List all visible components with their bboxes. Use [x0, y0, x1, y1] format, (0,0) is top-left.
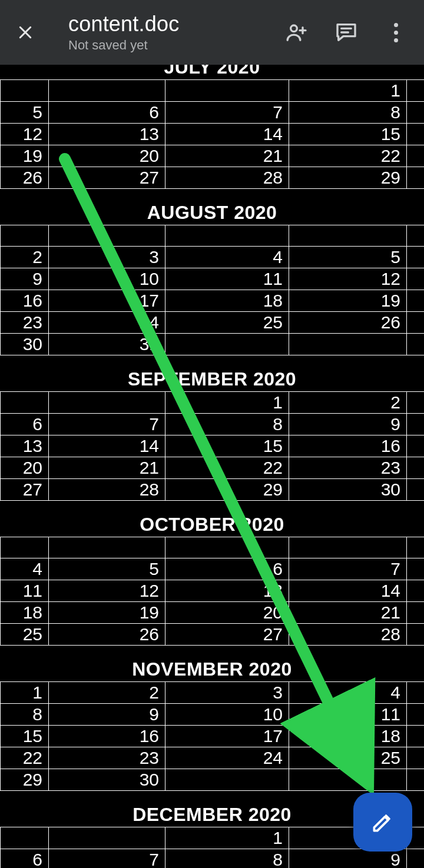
calendar-cell: 6 [49, 102, 165, 124]
calendar-cell: 4 [1, 558, 49, 580]
calendar-cell [165, 537, 289, 558]
calendar-cell: 25 [165, 312, 289, 334]
calendar-cell: 18 [289, 726, 407, 747]
calendar-row: 4567 [1, 558, 425, 580]
calendar-cell [289, 334, 407, 355]
calendar-cell: 11 [165, 268, 289, 290]
calendar-cell: 27 [165, 624, 289, 646]
calendar-cell: 2 [289, 392, 407, 414]
calendar-row: 3031 [1, 334, 425, 355]
calendar-cell [165, 80, 289, 102]
close-icon [16, 24, 34, 41]
calendar-cell: 14 [165, 124, 289, 145]
calendar-cell [407, 124, 425, 145]
share-button[interactable] [284, 19, 310, 45]
calendar-cell: 1 [289, 80, 407, 102]
calendar-row: 12131415 [1, 124, 425, 145]
calendar-cell: 16 [1, 290, 49, 312]
calendar-row: 25262728 [1, 624, 425, 646]
calendar-cell: 9 [1, 268, 49, 290]
calendar-cell: 22 [165, 457, 289, 479]
calendar-cell: 9 [49, 704, 165, 726]
more-vertical-icon [394, 23, 398, 42]
month-title: NOVEMBER 2020 [0, 656, 424, 681]
month-title: SEPTEMBER 2020 [0, 366, 424, 391]
calendar-row: 13141516 [1, 435, 425, 457]
calendar-cell [165, 334, 289, 355]
calendar-cell: 10 [165, 704, 289, 726]
calendar-cell [407, 167, 425, 189]
calendar-cell: 30 [289, 479, 407, 501]
calendar-cell: 11 [289, 704, 407, 726]
calendar-cell [407, 747, 425, 769]
calendar-cell [407, 580, 425, 602]
calendar-tables: JULY 202015678121314151920212226272829AU… [0, 65, 424, 868]
calendar-cell: 27 [49, 167, 165, 189]
calendar-cell [407, 457, 425, 479]
month-title: AUGUST 2020 [0, 199, 424, 225]
close-button[interactable] [11, 18, 40, 47]
calendar-cell: 7 [49, 849, 165, 869]
calendar-cell: 7 [49, 414, 165, 435]
calendar-cell [289, 537, 407, 558]
calendar-cell: 7 [289, 558, 407, 580]
calendar-cell: 23 [289, 457, 407, 479]
calendar-row: 6789 [1, 414, 425, 435]
calendar-cell: 9 [289, 414, 407, 435]
calendar-cell: 12 [289, 268, 407, 290]
calendar-cell [49, 392, 165, 414]
calendar-row: 2930 [1, 769, 425, 791]
calendar-cell: 24 [165, 747, 289, 769]
calendar-cell: 5 [49, 558, 165, 580]
edit-fab[interactable] [353, 793, 412, 852]
calendar-row: 20212223 [1, 457, 425, 479]
calendar-row: 23242526 [1, 312, 425, 334]
more-button[interactable] [383, 19, 409, 45]
calendar-cell [407, 392, 425, 414]
calendar-cell: 29 [289, 167, 407, 189]
calendar-cell: 19 [289, 290, 407, 312]
calendar-cell [1, 392, 49, 414]
calendar-row: 27282930 [1, 479, 425, 501]
calendar-cell: 11 [1, 580, 49, 602]
calendar-cell [407, 80, 425, 102]
calendar-row: 9101112 [1, 268, 425, 290]
comment-icon [334, 21, 358, 44]
calendar-cell: 26 [49, 624, 165, 646]
calendar-cell [407, 268, 425, 290]
calendar-cell: 21 [165, 145, 289, 167]
calendar-cell: 12 [49, 580, 165, 602]
calendar-row: 15161718 [1, 726, 425, 747]
calendar-cell [407, 558, 425, 580]
calendar-cell [407, 624, 425, 646]
calendar-cell [407, 769, 425, 791]
calendar-row: 19202122 [1, 145, 425, 167]
calendar-cell [407, 102, 425, 124]
calendar-cell: 13 [1, 435, 49, 457]
calendar-cell [49, 225, 165, 247]
calendar-cell: 17 [165, 726, 289, 747]
calendar-cell: 30 [1, 334, 49, 355]
calendar-cell [407, 334, 425, 355]
calendar-cell: 3 [49, 247, 165, 268]
calendar-cell: 29 [165, 479, 289, 501]
calendar-row: 2345 [1, 247, 425, 268]
calendar-cell: 8 [165, 414, 289, 435]
calendar-cell: 26 [289, 312, 407, 334]
calendar-month: 126789131415162021222327282930 [0, 391, 424, 501]
month-gap [0, 501, 424, 511]
calendar-cell [165, 225, 289, 247]
calendar-cell: 25 [1, 624, 49, 646]
calendar-cell: 26 [1, 167, 49, 189]
calendar-cell: 20 [1, 457, 49, 479]
calendar-cell: 17 [49, 290, 165, 312]
calendar-cell: 4 [289, 682, 407, 704]
calendar-month: 2345910111216171819232425263031 [0, 225, 424, 355]
calendar-cell: 18 [1, 602, 49, 624]
calendar-cell [407, 726, 425, 747]
calendar-cell: 22 [289, 145, 407, 167]
document-area[interactable]: JULY 202015678121314151920212226272829AU… [0, 65, 424, 868]
calendar-cell: 23 [1, 312, 49, 334]
calendar-cell: 13 [165, 580, 289, 602]
comments-button[interactable] [333, 19, 359, 45]
